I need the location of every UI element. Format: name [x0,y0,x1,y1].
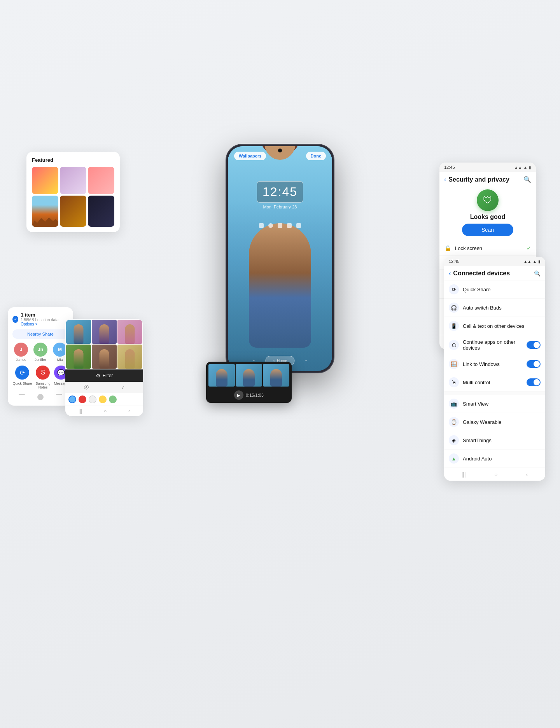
wallpapers-button[interactable]: Wallpapers [234,152,266,160]
done-button[interactable]: Done [306,152,326,160]
security-shield-area: 🛡 Looks good Scan [439,186,536,241]
scan-button[interactable]: Scan [462,224,513,236]
connected-item-continueapps[interactable]: ⬡ Continue apps on other devices [444,335,545,355]
gallery-thumb-2[interactable] [92,320,117,344]
share-app-notes[interactable]: S SamsungNotes [35,366,50,389]
connected-item-wearable[interactable]: ⌚ Galaxy Wearable [444,413,545,431]
security-panel-title: Security and privacy [448,176,521,183]
share-panel-nav [12,392,68,401]
nearby-share-button[interactable]: Nearby Share [12,329,68,339]
lockscreen-label: Lock screen [455,245,523,251]
security-back-button[interactable]: ‹ [444,176,446,183]
color-white[interactable] [89,396,96,403]
video-frame-2 [236,364,262,387]
wallpaper-row-2 [32,196,114,227]
connected-search-icon[interactable]: 🔍 [534,270,541,276]
gallery-thumb-5[interactable] [92,345,117,369]
phone-top-bar: Wallpapers Done [234,152,326,160]
filter-label[interactable]: Filter [103,373,113,378]
color-green[interactable] [109,396,117,403]
wearable-icon: ⌚ [449,417,459,427]
wallpaper-thumb-5[interactable] [60,196,86,227]
video-player: ▶ 0:15/1:03 [206,362,292,403]
share-file-size: 1.56MB Location data. Options > [21,318,68,326]
color-blue[interactable] [68,396,76,403]
wallpaper-thumb-1[interactable] [32,167,58,194]
gallery-nav-recents: ‹ [128,408,130,414]
connected-devices-header: ‹ Connected devices 🔍 [444,266,545,280]
video-frame-1 [208,364,235,387]
security-menu-lockscreen[interactable]: 🔒 Lock screen ✓ [439,241,536,255]
connected-item-quickshare[interactable]: ⟳ Quick Share [444,280,545,299]
color-yellow[interactable] [99,396,107,403]
security-status-icons: ▲▲ ▲ ▮ [514,165,531,170]
linkwindows-toggle[interactable] [527,360,541,368]
androidauto-label: Android Auto [463,456,541,462]
lockscreen-check: ✓ [527,245,531,251]
wallpaper-thumb-4[interactable] [32,196,58,227]
multicontrol-toggle[interactable] [527,378,541,386]
security-status-text: Looks good [470,214,506,220]
nav-back [19,394,25,395]
connected-item-smartthings[interactable]: ◈ SmartThings [444,431,545,450]
gallery-thumb-6[interactable] [117,345,142,369]
gallery-thumb-4[interactable] [66,345,91,369]
security-search-icon[interactable]: 🔍 [523,176,531,183]
connected-item-calltext[interactable]: 📱 Call & text on other devices [444,317,545,335]
linkwindows-label: Link to Windows [463,361,523,367]
nav-home [37,394,44,400]
share-check-icon: ✓ [12,316,18,323]
connected-back-button[interactable]: ‹ [449,270,451,277]
connected-item-linkwindows[interactable]: 🪟 Link to Windows [444,355,545,373]
share-item-count: 1 item [21,312,68,318]
gallery-tool-check[interactable]: ✓ [121,384,125,391]
connected-item-androidauto[interactable]: ▲ Android Auto [444,450,545,468]
connected-item-smartview[interactable]: 📺 Smart View [444,395,545,413]
wallpaper-thumb-6[interactable] [88,196,114,227]
signal-icon: ▲▲ [514,165,522,170]
play-button[interactable]: ▶ [234,390,243,400]
shield-icon: 🛡 [477,189,499,211]
gallery-panel: ⚙ Filter Ⓐ ✓ ||| ○ ‹ [65,319,143,416]
conn-nav-recents: ‹ [526,471,528,478]
continueapps-toggle[interactable] [527,341,541,349]
video-controls: ▶ 0:15/1:03 [206,389,292,403]
person-body [249,223,311,348]
battery-icon: ▮ [529,165,531,170]
samsung-notes-label: SamsungNotes [35,382,50,389]
security-status-bar: 12:45 ▲▲ ▲ ▮ [439,163,536,172]
video-filmstrip [206,362,292,389]
share-contacts: J James Jn Jeniffer M Mia [12,343,68,362]
contact-jeniffer: Jn Jeniffer [33,343,47,362]
nav-recents [56,394,62,395]
samsung-notes-icon: S [36,366,50,380]
contact-name-jeniffer: Jeniffer [35,358,46,362]
connected-devices-panel: 12:45 ▲▲ ▲ ▮ ‹ Connected devices 🔍 ⟳ Qui… [444,257,545,481]
nav-back-icon [253,360,254,361]
share-apps-row: ⟳ Quick Share S SamsungNotes 💬 Message [12,366,68,389]
gallery-colors [65,393,143,406]
color-red[interactable] [79,396,86,403]
continueapps-icon: ⬡ [449,340,459,350]
gallery-thumb-1[interactable] [66,320,91,344]
smartthings-label: SmartThings [463,438,541,443]
connected-status-time: 12:45 [449,259,460,264]
conn-wifi-icon: ▲ [533,259,537,264]
contact-mia: M Mia [53,343,67,362]
share-app-quickshare[interactable]: ⟳ Quick Share [13,366,32,389]
wallpaper-thumb-3[interactable] [88,167,114,194]
conn-signal-icon: ▲▲ [523,259,531,264]
wallpaper-thumb-2[interactable] [60,167,86,194]
gallery-nav-back: ||| [79,408,82,414]
connected-item-multicontrol[interactable]: 🖱 Multi control [444,373,545,392]
contact-name-james: James [16,358,26,362]
connected-bottom-nav: ||| ○ ‹ [444,468,545,481]
quick-share-icon: ⟳ [15,366,29,380]
gallery-grid [65,319,143,369]
autoswitch-icon: 🎧 [449,303,459,313]
gallery-tool-ai[interactable]: Ⓐ [84,384,89,391]
share-panel: ✓ 1 item 1.56MB Location data. Options >… [8,307,73,406]
gallery-thumb-3[interactable] [117,320,142,344]
connected-item-autoswitch[interactable]: 🎧 Auto switch Buds [444,299,545,317]
conn-nav-home: ○ [494,471,497,478]
